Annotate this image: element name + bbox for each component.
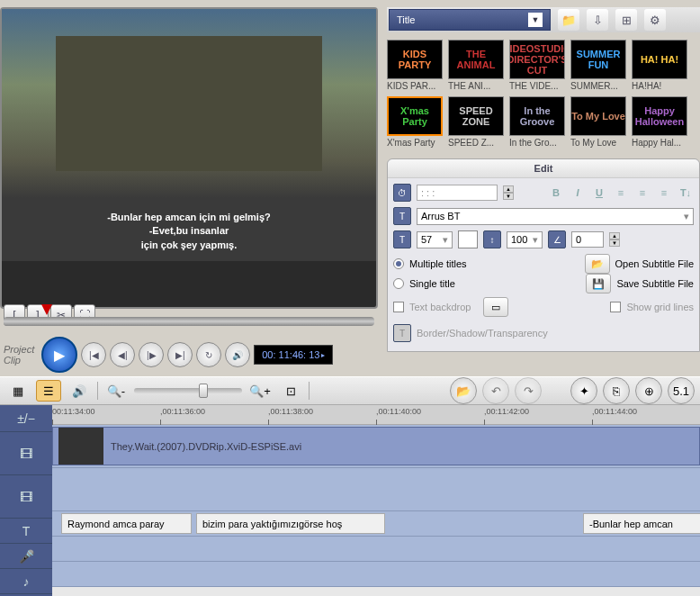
- line-spacing-input[interactable]: 100▾: [507, 231, 543, 248]
- duration-spinner[interactable]: ▲▼: [503, 185, 514, 200]
- font-family-select[interactable]: Arrus BT▾: [417, 208, 694, 225]
- volume-button[interactable]: 🔊: [225, 342, 250, 367]
- track-options-button[interactable]: ±/−: [0, 405, 52, 432]
- title-preset-item[interactable]: VIDEOSTUDIO DIRECTOR'S CUTTHE VIDE...: [509, 40, 565, 91]
- overlay-track[interactable]: [52, 468, 700, 511]
- title-thumb: VIDEOSTUDIO DIRECTOR'S CUT: [509, 40, 565, 79]
- text-backdrop-checkbox[interactable]: [393, 302, 404, 312]
- vertical-text-button[interactable]: T↓: [678, 185, 694, 201]
- voice-track-head[interactable]: 🎤: [0, 544, 52, 569]
- smart-proxy-button[interactable]: ✦: [570, 377, 597, 404]
- title-preset-item[interactable]: THE ANIMALTHE ANI...: [448, 40, 504, 91]
- audio-view-button[interactable]: 🔊: [67, 380, 92, 402]
- title-thumb: In the Groove: [509, 96, 565, 136]
- rotation-input[interactable]: 0: [571, 231, 604, 248]
- title-preset-item[interactable]: HA! HA!HA!HA!: [632, 40, 687, 91]
- dropdown-label: Title: [397, 14, 415, 25]
- timeline-view-button[interactable]: ☰: [36, 380, 61, 402]
- title-thumb: To My Love: [570, 96, 626, 136]
- play-button[interactable]: ▶: [41, 337, 77, 373]
- align-center-button[interactable]: ≡: [634, 185, 651, 201]
- video-track[interactable]: They.Wait.(2007).DVDRip.XviD-ESPiSE.avi: [52, 425, 700, 468]
- zoom-out-button[interactable]: 🔍-: [103, 380, 129, 402]
- repeat-button[interactable]: ↻: [196, 342, 221, 367]
- subtitle-line: -Evet,bu insanlar: [2, 224, 376, 238]
- storyboard-view-button[interactable]: ▦: [5, 380, 31, 402]
- title-clip[interactable]: Raymond amca paray: [61, 513, 192, 534]
- backdrop-options-button[interactable]: ▭: [483, 297, 508, 317]
- insert-media-button[interactable]: 📂: [450, 377, 477, 404]
- save-subtitle-button[interactable]: 💾 Save Subtitle File: [586, 274, 694, 293]
- border-shadow-label: Border/Shadow/Transparency: [417, 328, 548, 339]
- manage-icon[interactable]: ⊞: [615, 9, 637, 31]
- surround-sound-button[interactable]: 5.1: [668, 377, 695, 404]
- title-preset-item[interactable]: SUMMER FUNSUMMER...: [570, 40, 626, 91]
- voice-track[interactable]: [52, 537, 700, 562]
- prev-frame-button[interactable]: ◀|: [110, 342, 135, 367]
- folder-icon[interactable]: 📁: [558, 9, 579, 31]
- redo-button[interactable]: ↷: [515, 377, 542, 404]
- library-category-dropdown[interactable]: Title ▼: [389, 9, 551, 31]
- underline-button[interactable]: U: [591, 185, 607, 201]
- ruler-tick: ,00:11:38:00: [268, 407, 313, 416]
- ruler-tick: 00:11:34:00: [52, 407, 95, 416]
- edit-panel: Edit ⏱ : : : ▲▼ B I U ≡ ≡ ≡ T↓ T Arrus B…: [387, 158, 700, 352]
- multiple-titles-label: Multiple titles: [409, 258, 467, 269]
- rotation-spinner[interactable]: ▲▼: [609, 232, 620, 247]
- title-preset-item[interactable]: To My LoveTo My Love: [570, 96, 626, 148]
- video-frame[interactable]: -Bunlar hep amcan için mi gelmiş? -Evet,…: [2, 9, 376, 261]
- undo-button[interactable]: ↶: [482, 377, 509, 404]
- track-manager-button[interactable]: ⊕: [635, 377, 662, 404]
- title-clip[interactable]: -Bunlar hep amcan: [583, 513, 700, 534]
- title-thumb: KIDS PARTY: [387, 40, 443, 79]
- batch-convert-button[interactable]: ⎘: [603, 377, 630, 404]
- edit-panel-header: Edit: [388, 159, 699, 178]
- music-track[interactable]: [52, 562, 700, 587]
- save-file-icon: 💾: [586, 274, 611, 293]
- project-clip-toggle[interactable]: Project Clip: [4, 344, 34, 366]
- bold-button[interactable]: B: [548, 185, 564, 201]
- show-grid-checkbox[interactable]: [610, 302, 621, 312]
- video-clip[interactable]: They.Wait.(2007).DVDRip.XviD-ESPiSE.avi: [52, 427, 700, 465]
- subtitle-overlay: -Bunlar hep amcan için mi gelmiş? -Evet,…: [2, 211, 376, 252]
- scrubber[interactable]: [ ] ✂ ⛶: [4, 304, 374, 331]
- title-clip[interactable]: bizim para yaktığımızıgörse hoş: [196, 513, 385, 534]
- timeline-ruler[interactable]: 00:11:34:00,00:11:36:00,00:11:38:00,00:1…: [52, 405, 700, 425]
- align-left-button[interactable]: ≡: [613, 185, 629, 201]
- title-track[interactable]: Raymond amca paraybizim para yaktığımızı…: [52, 511, 700, 537]
- import-icon[interactable]: ⇩: [587, 9, 608, 31]
- title-preset-item[interactable]: KIDS PARTYKIDS PAR...: [387, 40, 443, 91]
- open-subtitle-button[interactable]: 📂 Open Subtitle File: [585, 254, 694, 274]
- font-size-input[interactable]: 57▾: [417, 231, 453, 248]
- music-track-head[interactable]: ♪: [0, 569, 52, 594]
- open-file-icon: 📂: [585, 254, 610, 274]
- title-label: X'mas Party: [387, 138, 443, 148]
- title-preset-item[interactable]: X'mas PartyX'mas Party: [387, 96, 443, 148]
- title-preset-item[interactable]: SPEED ZONESPEED Z...: [448, 96, 504, 148]
- go-start-button[interactable]: |◀: [81, 342, 106, 367]
- title-label: To My Love: [570, 138, 626, 148]
- zoom-slider[interactable]: [134, 388, 242, 393]
- title-preset-item[interactable]: Happy HalloweenHappy Hal...: [632, 96, 687, 148]
- italic-button[interactable]: I: [570, 185, 586, 201]
- title-thumb: HA! HA!: [632, 40, 687, 79]
- chevron-down-icon: ▼: [528, 13, 543, 27]
- options-icon[interactable]: ⚙: [644, 9, 666, 31]
- fit-project-button[interactable]: ⊡: [278, 380, 303, 402]
- title-thumb: SPEED ZONE: [448, 96, 504, 136]
- overlay-track-head[interactable]: 🎞: [0, 475, 52, 519]
- font-color-swatch[interactable]: [458, 230, 478, 248]
- video-track-head[interactable]: 🎞: [0, 432, 52, 475]
- timeline-toolbar: ▦ ☰ 🔊 🔍- 🔍+ ⊡ 📂 ↶ ↷ ✦ ⎘ ⊕ 5.1: [0, 376, 700, 405]
- title-preset-item[interactable]: In the GrooveIn the Gro...: [509, 96, 565, 148]
- timecode-display[interactable]: 00: 11:46: 13▸: [254, 345, 333, 365]
- zoom-in-button[interactable]: 🔍+: [247, 380, 273, 402]
- title-track-head[interactable]: T: [0, 519, 52, 544]
- single-title-radio[interactable]: [393, 278, 404, 289]
- single-title-label: Single title: [409, 278, 455, 289]
- align-right-button[interactable]: ≡: [656, 185, 672, 201]
- go-end-button[interactable]: ▶|: [167, 342, 193, 367]
- duration-input[interactable]: : : :: [417, 185, 498, 201]
- multiple-titles-radio[interactable]: [393, 258, 404, 269]
- next-frame-button[interactable]: |▶: [139, 342, 164, 367]
